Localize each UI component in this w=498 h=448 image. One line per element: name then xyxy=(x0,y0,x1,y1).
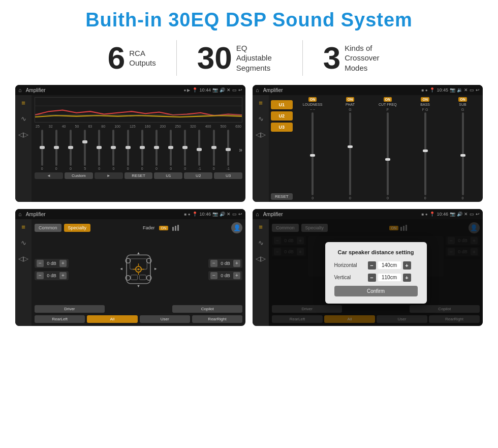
eq-more-icon[interactable]: » xyxy=(239,130,242,170)
eq-slider-5[interactable]: 0 xyxy=(107,130,120,170)
wave-icon-4[interactable]: ∿ xyxy=(258,239,264,247)
eq-slider-10[interactable]: 0 xyxy=(179,130,192,170)
right-bot-plus[interactable]: + xyxy=(233,272,240,279)
all-btn[interactable]: All xyxy=(87,315,137,323)
right-bot-minus[interactable]: − xyxy=(210,272,217,279)
eq-slider-8[interactable]: 0 xyxy=(150,130,163,170)
tab-specialty[interactable]: Specialty xyxy=(64,224,91,232)
stat-eq-number: 30 xyxy=(197,42,232,74)
home-icon-1[interactable]: ⌂ xyxy=(18,87,22,93)
eq-slider-9[interactable]: 0 xyxy=(165,130,177,170)
left-bot-minus[interactable]: − xyxy=(37,272,44,279)
eq-labels: 25 32 40 50 63 80 100 125 160 200 250 32… xyxy=(35,125,242,128)
left-bot-plus[interactable]: + xyxy=(59,272,67,279)
vertical-label: Vertical xyxy=(334,275,365,280)
bass-on-badge[interactable]: ON xyxy=(421,97,429,102)
horizontal-minus-btn[interactable]: − xyxy=(368,261,376,270)
home-icon-3[interactable]: ⌂ xyxy=(18,211,22,217)
left-bot-val: 0 dB xyxy=(45,273,58,278)
eq-reset-btn[interactable]: RESET xyxy=(124,172,153,179)
phat-slider[interactable] xyxy=(349,112,351,195)
eq-u1-btn[interactable]: U1 xyxy=(154,172,182,179)
amp-u2-btn[interactable]: U2 xyxy=(271,111,293,121)
rearright-btn[interactable]: RearRight xyxy=(192,315,242,323)
speaker-icon-4[interactable]: ◁▷ xyxy=(256,255,266,262)
tab-common[interactable]: Common xyxy=(35,224,61,232)
right-top-plus[interactable]: + xyxy=(233,260,240,267)
app-title-1: Amplifier xyxy=(26,87,182,93)
left-top-plus[interactable]: + xyxy=(59,260,67,267)
speaker-icon-2[interactable]: ◁▷ xyxy=(256,131,266,138)
sub-slider[interactable] xyxy=(462,112,464,195)
horizontal-plus-btn[interactable]: + xyxy=(403,261,411,270)
eq-slider-2[interactable]: 0 xyxy=(64,130,77,170)
map-icon-3: 📍 xyxy=(192,212,198,217)
app-title-2: Amplifier xyxy=(263,87,420,93)
right-top-minus[interactable]: − xyxy=(210,260,217,267)
eq-custom-btn[interactable]: Custom xyxy=(65,172,93,179)
amp-u1-btn[interactable]: U1 xyxy=(271,100,293,109)
bass-slider[interactable] xyxy=(424,112,426,195)
speaker-icon-3[interactable]: ◁▷ xyxy=(18,255,28,262)
speaker-icon[interactable]: ◁▷ xyxy=(18,131,28,138)
eq-icon[interactable]: ≡ xyxy=(21,99,25,107)
back-icon-4[interactable]: ↩ xyxy=(476,212,480,217)
eq-u2-btn[interactable]: U2 xyxy=(184,172,212,179)
bass-title: BASS xyxy=(420,103,430,106)
eq-slider-3[interactable]: 5 xyxy=(79,130,91,170)
eq-next-btn[interactable]: ► xyxy=(95,172,123,179)
vertical-plus-btn[interactable]: + xyxy=(403,274,411,282)
eq-icon-3[interactable]: ≡ xyxy=(21,223,25,231)
sub-on-badge[interactable]: ON xyxy=(458,97,467,102)
cutfreq-on-badge[interactable]: ON xyxy=(384,97,392,102)
eq-u3-btn[interactable]: U3 xyxy=(214,172,242,179)
copilot-btn[interactable]: Copilot xyxy=(172,305,242,313)
vol-icon-2: 🔉 xyxy=(457,87,462,93)
left-db-controls: − 0 dB + − 0 dB + xyxy=(35,259,69,280)
confirm-button[interactable]: Confirm xyxy=(334,286,418,296)
svg-text:◄: ◄ xyxy=(119,266,123,271)
driver-btn[interactable]: Driver xyxy=(35,305,105,313)
loudness-title: LOUDNESS xyxy=(303,103,323,106)
cutfreq-slider[interactable] xyxy=(387,112,389,195)
amp-cutfreq-col: ON CUT FREQ F 0 xyxy=(369,97,406,200)
eq-slider-1[interactable]: 0 xyxy=(50,130,63,170)
back-icon-1[interactable]: ↩ xyxy=(238,87,242,93)
user-btn[interactable]: User xyxy=(140,315,190,323)
phat-on-badge[interactable]: ON xyxy=(346,97,355,102)
status-bar-3: ⌂ Amplifier ■ ● 📍 10:46 📷 🔊 ✕ ▭ ↩ xyxy=(15,209,245,219)
stat-crossover-number: 3 xyxy=(323,42,340,74)
rect-icon-3: ▭ xyxy=(232,212,237,217)
loudness-slider[interactable] xyxy=(312,112,314,195)
user-icon-3[interactable]: 👤 xyxy=(231,222,242,233)
eq-slider-12[interactable]: 0 xyxy=(207,130,220,170)
back-icon-3[interactable]: ↩ xyxy=(238,212,242,217)
home-icon-2[interactable]: ⌂ xyxy=(256,87,259,93)
eq-slider-13[interactable]: -1 xyxy=(222,130,234,170)
left-top-minus[interactable]: − xyxy=(37,260,44,267)
fader-on-badge[interactable]: ON xyxy=(159,226,169,230)
eq-slider-0[interactable]: 0 xyxy=(36,130,48,170)
amp-reset-btn[interactable]: RESET xyxy=(271,193,293,200)
phat-title: PHAT xyxy=(346,103,355,106)
amp-u3-btn[interactable]: U3 xyxy=(271,123,293,132)
home-icon-4[interactable]: ⌂ xyxy=(256,211,259,217)
wave-icon[interactable]: ∿ xyxy=(21,115,26,123)
wave-icon-2[interactable]: ∿ xyxy=(258,115,264,123)
eq-slider-4[interactable]: 0 xyxy=(93,130,106,170)
eq-icon-4[interactable]: ≡ xyxy=(259,223,263,231)
back-icon-2[interactable]: ↩ xyxy=(476,87,480,93)
eq-slider-11[interactable]: -1 xyxy=(193,130,206,170)
loudness-on-badge[interactable]: ON xyxy=(308,97,317,102)
eq-icon-2[interactable]: ≡ xyxy=(259,99,263,107)
left-top-val: 0 dB xyxy=(45,261,58,266)
eq-slider-7[interactable]: 0 xyxy=(136,130,148,170)
app-title-3: Amplifier xyxy=(26,212,182,217)
eq-slider-6[interactable]: 0 xyxy=(121,130,134,170)
svg-rect-15 xyxy=(131,275,138,280)
rearleft-btn[interactable]: RearLeft xyxy=(35,315,85,323)
eq-prev-btn[interactable]: ◄ xyxy=(35,172,63,179)
wave-icon-3[interactable]: ∿ xyxy=(21,239,26,247)
screen-common: ⌂ Amplifier ■ ● 📍 10:46 📷 🔊 ✕ ▭ ↩ ≡ ∿ ◁▷ xyxy=(15,209,245,326)
vertical-minus-btn[interactable]: − xyxy=(368,274,376,282)
